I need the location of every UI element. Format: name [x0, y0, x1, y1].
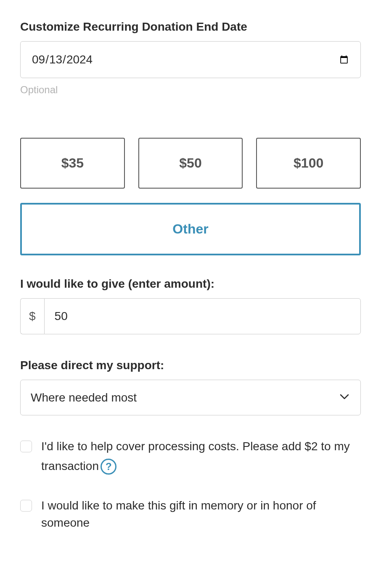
select-wrapper: Where needed most: [20, 380, 361, 415]
amount-button-100[interactable]: $100: [256, 138, 361, 189]
end-date-label: Customize Recurring Donation End Date: [20, 20, 361, 34]
help-icon[interactable]: ?: [101, 459, 116, 475]
direct-support-section: Please direct my support: Where needed m…: [20, 359, 361, 415]
end-date-hint: Optional: [20, 84, 361, 96]
in-memory-checkbox[interactable]: [20, 500, 32, 512]
amount-button-50[interactable]: $50: [138, 138, 243, 189]
amount-input[interactable]: [44, 298, 361, 334]
direct-support-select[interactable]: Where needed most: [20, 380, 361, 415]
amount-button-other[interactable]: Other: [20, 203, 361, 255]
give-amount-label: I would like to give (enter amount):: [20, 277, 361, 291]
end-date-input[interactable]: [20, 41, 361, 78]
currency-prefix: $: [20, 298, 44, 334]
give-amount-section: I would like to give (enter amount): $: [20, 277, 361, 334]
amount-grid: $35 $50 $100 Other: [20, 138, 361, 255]
in-memory-row: I would like to make this gift in memory…: [20, 497, 361, 531]
cover-costs-label-wrap: I'd like to help cover processing costs.…: [41, 438, 361, 475]
cover-costs-checkbox[interactable]: [20, 441, 32, 452]
in-memory-label: I would like to make this gift in memory…: [41, 497, 361, 531]
direct-support-label: Please direct my support:: [20, 359, 361, 372]
amount-button-35[interactable]: $35: [20, 138, 125, 189]
help-icon-wrap: ?: [101, 459, 116, 475]
cover-costs-label: I'd like to help cover processing costs.…: [41, 440, 350, 472]
amount-input-group: $: [20, 298, 361, 334]
cover-costs-row: I'd like to help cover processing costs.…: [20, 438, 361, 475]
end-date-section: Customize Recurring Donation End Date Op…: [20, 20, 361, 96]
date-input-wrapper: [20, 41, 361, 78]
